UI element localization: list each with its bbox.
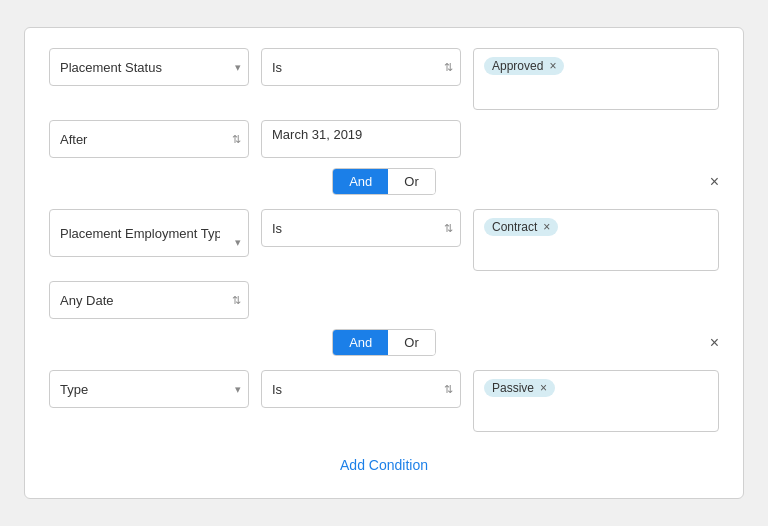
operator-select-2[interactable]: Is Is Not (261, 209, 461, 247)
tag-label-approved: Approved (492, 59, 543, 73)
tag-contract: Contract × (484, 218, 558, 236)
condition-row-3: Type ▾ Is Is Not ⇅ Passive × (49, 370, 719, 432)
date-field-select-2[interactable]: Any Date After Before (49, 281, 249, 319)
condition-row-1: Placement Status ▾ Is Is Not ⇅ Approved … (49, 48, 719, 110)
tag-close-approved[interactable]: × (549, 59, 556, 73)
operator-selector-2[interactable]: Is Is Not ⇅ (261, 209, 461, 247)
condition-group-3: Type ▾ Is Is Not ⇅ Passive × (49, 370, 719, 432)
tag-passive: Passive × (484, 379, 555, 397)
conjunction-group-1: And Or (332, 168, 436, 195)
conjunction-group-2: And Or (332, 329, 436, 356)
field-selector-1[interactable]: Placement Status ▾ (49, 48, 249, 86)
filter-builder: Placement Status ▾ Is Is Not ⇅ Approved … (24, 27, 744, 499)
remove-group-2-button[interactable]: × (710, 335, 719, 351)
or-button-1[interactable]: Or (388, 169, 434, 194)
value-box-3[interactable]: Passive × (473, 370, 719, 432)
date-row-1: After Before Any Date ⇅ March 31, 2019 (49, 120, 719, 158)
field-selector-3[interactable]: Type ▾ (49, 370, 249, 408)
field-select-3[interactable]: Type (49, 370, 249, 408)
value-box-1[interactable]: Approved × (473, 48, 719, 110)
tag-close-passive[interactable]: × (540, 381, 547, 395)
date-field-selector-2[interactable]: Any Date After Before ⇅ (49, 281, 249, 319)
field-select-2[interactable]: Placement Employment Type (49, 209, 249, 257)
operator-selector-1[interactable]: Is Is Not ⇅ (261, 48, 461, 86)
date-value-1: March 31, 2019 (272, 127, 362, 142)
remove-group-1-button[interactable]: × (710, 174, 719, 190)
tag-close-contract[interactable]: × (543, 220, 550, 234)
condition-row-2: Placement Employment Type ▾ Is Is Not ⇅ … (49, 209, 719, 271)
and-button-2[interactable]: And (333, 330, 388, 355)
conjunction-row-1: And Or × (49, 168, 719, 195)
operator-select-1[interactable]: Is Is Not (261, 48, 461, 86)
date-input-1[interactable]: March 31, 2019 (261, 120, 461, 158)
condition-group-1: Placement Status ▾ Is Is Not ⇅ Approved … (49, 48, 719, 195)
condition-group-2: Placement Employment Type ▾ Is Is Not ⇅ … (49, 209, 719, 356)
operator-select-3[interactable]: Is Is Not (261, 370, 461, 408)
add-condition-section: Add Condition (49, 448, 719, 474)
date-row-2: Any Date After Before ⇅ (49, 281, 719, 319)
date-field-selector-1[interactable]: After Before Any Date ⇅ (49, 120, 249, 158)
conjunction-row-2: And Or × (49, 329, 719, 356)
tag-label-contract: Contract (492, 220, 537, 234)
value-box-2[interactable]: Contract × (473, 209, 719, 271)
or-button-2[interactable]: Or (388, 330, 434, 355)
tag-label-passive: Passive (492, 381, 534, 395)
field-selector-2[interactable]: Placement Employment Type ▾ (49, 209, 249, 257)
date-field-select-1[interactable]: After Before Any Date (49, 120, 249, 158)
and-button-1[interactable]: And (333, 169, 388, 194)
field-select-1[interactable]: Placement Status (49, 48, 249, 86)
operator-selector-3[interactable]: Is Is Not ⇅ (261, 370, 461, 408)
tag-approved: Approved × (484, 57, 564, 75)
add-condition-button[interactable]: Add Condition (340, 457, 428, 473)
